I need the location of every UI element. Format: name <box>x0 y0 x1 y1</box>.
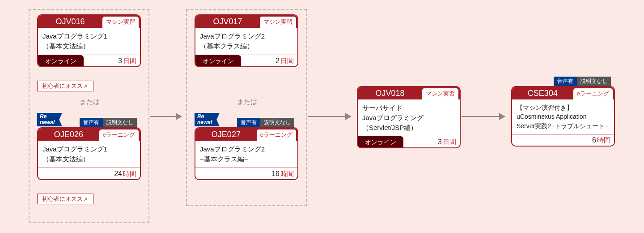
delivery-mode: オンライン <box>195 55 241 66</box>
course-code: OJE026 <box>38 128 99 141</box>
course-type-badge: マシン実習 <box>260 17 296 28</box>
duration-unit: 日間 <box>443 136 460 147</box>
card-footer: 6 時間 <box>512 134 614 146</box>
duration-unit: 時間 <box>280 168 297 179</box>
course-code: OJV017 <box>195 15 260 28</box>
title-line: （基本クラス編） <box>200 42 254 50</box>
title-line: サーバサイド <box>362 104 402 112</box>
course-card-ojv018[interactable]: OJV018 マシン実習 サーバサイド Javaプログラミング （Servlet… <box>357 86 461 148</box>
card-footer: 16 時間 <box>195 168 297 179</box>
card-header: OJE026 eラーニング <box>38 128 140 141</box>
title-line: （基本文法編） <box>42 155 89 163</box>
title-line: uCosminexus Application <box>517 113 586 120</box>
course-card-ojv017[interactable]: OJV017 マシン実習 Javaプログラミング2 （基本クラス編） オンライン… <box>195 14 298 67</box>
course-card-ojv016[interactable]: OJV016 マシン実習 Javaプログラミング1 （基本文法編） オンライン … <box>37 14 141 67</box>
beginner-tag: 初心者にオススメ <box>37 194 93 204</box>
beginner-tag: 初心者にオススメ <box>37 81 93 91</box>
card-header: OJV017 マシン実習 <box>195 15 297 28</box>
audio-badge: 音声有 説明文なし <box>554 77 611 86</box>
course-code: CSE304 <box>512 87 573 99</box>
card-header: CSE304 eラーニング <box>512 87 614 99</box>
course-code: OJE027 <box>195 128 257 141</box>
renewal-badge: Renewal <box>195 113 220 126</box>
course-type-badge: eラーニング <box>573 88 613 99</box>
course-title: Javaプログラミング2 （基本クラス編） <box>195 28 297 55</box>
title-line: （基本文法編） <box>42 42 89 50</box>
no-description: 説明文なし <box>577 77 611 86</box>
duration-number: 24 <box>114 168 123 179</box>
title-line: 【マシン演習付き】 <box>517 104 573 111</box>
audio-yes: 音声有 <box>237 118 260 127</box>
delivery-mode: オンライン <box>38 55 84 66</box>
course-type-badge: eラーニング <box>257 129 296 141</box>
delivery-mode: オンライン <box>358 136 403 147</box>
course-card-cse304[interactable]: CSE304 eラーニング 【マシン演習付き】 uCosminexus Appl… <box>511 86 615 147</box>
card-footer: オンライン 2 日間 <box>195 55 297 66</box>
renewal-badge: Renewal <box>37 113 62 126</box>
no-description: 説明文なし <box>260 118 294 127</box>
or-label: または <box>76 98 103 106</box>
course-code: OJV016 <box>38 15 102 28</box>
arrow-icon <box>462 116 505 117</box>
title-line: （Servlet/JSP編） <box>362 124 417 131</box>
audio-yes: 音声有 <box>80 118 103 127</box>
course-title: Javaプログラミング1 （基本文法編） <box>38 141 140 168</box>
diagram-stage: OJV016 マシン実習 Javaプログラミング1 （基本文法編） オンライン … <box>0 0 644 233</box>
duration-number: 6 <box>592 134 597 146</box>
title-line: Server実践2−トラブルシュート− <box>517 122 608 129</box>
duration-number: 16 <box>271 168 280 179</box>
course-card-oje026[interactable]: OJE026 eラーニング Javaプログラミング1 （基本文法編） 24 時間 <box>37 127 141 180</box>
arrow-icon <box>308 116 351 117</box>
title-line: Javaプログラミング <box>362 114 424 121</box>
course-card-oje027[interactable]: OJE027 eラーニング Javaプログラミング2 −基本クラス編− 16 時… <box>195 127 298 180</box>
card-header: OJV016 マシン実習 <box>38 15 140 28</box>
card-header: OJV018 マシン実習 <box>358 87 460 99</box>
audio-badge: 音声有 説明文なし <box>237 118 294 127</box>
duration-unit: 日間 <box>280 55 297 66</box>
duration-unit: 時間 <box>597 134 614 146</box>
audio-yes: 音声有 <box>554 77 577 86</box>
duration-unit: 時間 <box>123 168 140 179</box>
or-label: または <box>233 98 260 106</box>
title-line: Javaプログラミング2 <box>200 32 265 40</box>
title-line: −基本クラス編− <box>200 155 248 163</box>
card-header: OJE027 eラーニング <box>195 128 297 141</box>
audio-badge: 音声有 説明文なし <box>80 118 137 127</box>
duration-unit: 日間 <box>123 55 140 66</box>
course-type-badge: eラーニング <box>99 129 139 141</box>
course-title: サーバサイド Javaプログラミング （Servlet/JSP編） <box>358 99 460 136</box>
duration-number: 3 <box>438 136 443 147</box>
course-type-badge: マシン実習 <box>422 88 458 99</box>
course-title: Javaプログラミング2 −基本クラス編− <box>195 141 297 168</box>
duration-number: 2 <box>275 55 280 66</box>
course-type-badge: マシン実習 <box>102 17 139 28</box>
course-title: Javaプログラミング1 （基本文法編） <box>38 28 140 55</box>
no-description: 説明文なし <box>103 118 137 127</box>
title-line: Javaプログラミング1 <box>42 145 107 153</box>
arrow-icon <box>150 116 182 117</box>
card-footer: 24 時間 <box>38 168 140 179</box>
card-footer: オンライン 3 日間 <box>38 55 140 66</box>
title-line: Javaプログラミング2 <box>200 145 265 153</box>
duration-number: 3 <box>118 55 123 66</box>
title-line: Javaプログラミング1 <box>42 32 107 40</box>
card-footer: オンライン 3 日間 <box>358 136 460 147</box>
course-title: 【マシン演習付き】 uCosminexus Application Server… <box>512 99 614 134</box>
course-code: OJV018 <box>358 87 422 99</box>
